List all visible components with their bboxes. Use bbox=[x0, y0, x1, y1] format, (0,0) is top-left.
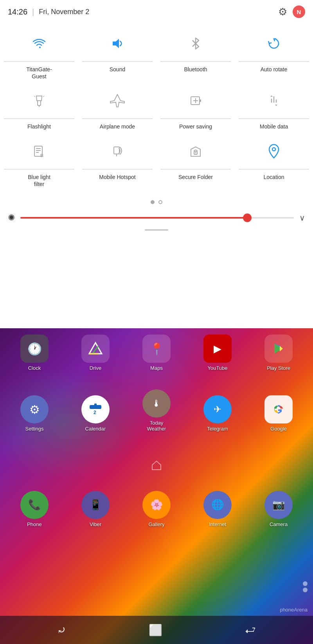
telegram-label: Telegram bbox=[207, 426, 228, 432]
tile-bluetooth-label: Bluetooth bbox=[184, 66, 207, 73]
status-bar: 14:26 | Fri, November 2 ⚙ N bbox=[0, 0, 313, 24]
app-viber[interactable]: 📱 Viber bbox=[72, 491, 119, 528]
internet-label: Internet bbox=[209, 521, 226, 528]
calendar-icon: 2 bbox=[81, 395, 110, 423]
app-playstore[interactable]: Play Store bbox=[255, 335, 302, 371]
recents-button[interactable]: ⤾ bbox=[57, 624, 66, 637]
tile-hotspot[interactable]: Mobile Hotspot bbox=[78, 135, 156, 192]
gallery-icon: 🌸 bbox=[142, 491, 171, 519]
viber-label: Viber bbox=[90, 521, 101, 528]
camera-icon: 📷 bbox=[264, 491, 293, 519]
autorotate-icon bbox=[266, 36, 282, 55]
app-weather[interactable]: 🌡 TodayWeather bbox=[133, 389, 180, 432]
svg-text:2: 2 bbox=[94, 410, 96, 415]
weather-icon: 🌡 bbox=[142, 389, 171, 418]
page-dot-1[interactable] bbox=[151, 200, 155, 204]
brightness-slider[interactable] bbox=[20, 217, 294, 219]
drive-icon bbox=[81, 335, 110, 363]
app-telegram[interactable]: ✈ Telegram bbox=[194, 395, 241, 432]
playstore-label: Play Store bbox=[267, 365, 290, 371]
tile-airplane[interactable]: Airplane mode bbox=[78, 85, 156, 135]
tile-sound[interactable]: Sound bbox=[78, 27, 156, 85]
home-button[interactable]: ⬜ bbox=[149, 624, 162, 637]
bluelight-icon: B bbox=[31, 143, 47, 162]
svg-rect-14 bbox=[114, 147, 119, 154]
app-camera[interactable]: 📷 Camera bbox=[255, 491, 302, 528]
hotspot-icon bbox=[110, 143, 125, 162]
date-display: Fri, November 2 bbox=[39, 8, 89, 16]
tile-mobiledata[interactable]: Mobile data bbox=[235, 85, 313, 135]
tile-securefolder[interactable]: Secure Folder bbox=[156, 135, 235, 192]
notification-badge[interactable]: N bbox=[293, 5, 305, 18]
youtube-icon: ▶ bbox=[203, 335, 232, 363]
google-label: Google bbox=[270, 426, 287, 432]
app-calendar[interactable]: 2 Calendar bbox=[72, 395, 119, 432]
app-maps[interactable]: 📍 Maps bbox=[133, 335, 180, 371]
quick-settings-panel: TitanGate-Guest Sound bbox=[0, 0, 313, 328]
svg-line-4 bbox=[43, 96, 44, 97]
tile-autorotate[interactable]: Auto rotate bbox=[235, 27, 313, 85]
tile-powersaving[interactable]: Power saving bbox=[156, 85, 235, 135]
tile-bluetooth[interactable]: Bluetooth bbox=[156, 27, 235, 85]
airplane-icon bbox=[110, 93, 125, 112]
page-dot-2[interactable] bbox=[158, 200, 162, 204]
brightness-row: ✺ ∨ bbox=[0, 210, 313, 226]
tile-autorotate-label: Auto rotate bbox=[261, 66, 288, 73]
youtube-label: YouTube bbox=[207, 365, 227, 371]
gallery-label: Gallery bbox=[148, 521, 164, 528]
svg-rect-6 bbox=[200, 99, 201, 102]
app-settings[interactable]: ⚙ Settings bbox=[11, 395, 58, 432]
app-gallery[interactable]: 🌸 Gallery bbox=[133, 491, 180, 528]
calendar-label: Calendar bbox=[85, 426, 106, 432]
nav-bar: ⤾ ⬜ ⮐ bbox=[0, 616, 313, 644]
handle-bar[interactable] bbox=[0, 226, 313, 232]
tile-flashlight[interactable]: Flashlight bbox=[0, 85, 78, 135]
viber-icon: 📱 bbox=[81, 491, 110, 519]
app-clock[interactable]: 🕐 Clock bbox=[11, 335, 58, 371]
app-google[interactable]: Google bbox=[255, 395, 302, 432]
tile-powersaving-label: Power saving bbox=[179, 123, 212, 130]
powersaving-icon bbox=[188, 93, 203, 112]
tile-mobiledata-label: Mobile data bbox=[260, 123, 288, 130]
settings-label: Settings bbox=[25, 426, 44, 432]
drive-label: Drive bbox=[90, 365, 101, 371]
flashlight-icon bbox=[31, 93, 47, 112]
status-time-date: 14:26 | Fri, November 2 bbox=[8, 7, 89, 16]
maps-label: Maps bbox=[150, 365, 163, 371]
location-icon bbox=[266, 143, 282, 162]
securefolder-icon bbox=[188, 143, 203, 162]
settings-icon[interactable]: ⚙ bbox=[278, 6, 287, 18]
app-internet[interactable]: 🌐 Internet bbox=[194, 491, 241, 528]
time-display: 14:26 bbox=[8, 7, 27, 16]
app-drive[interactable]: Drive bbox=[72, 335, 119, 371]
sound-icon bbox=[110, 36, 125, 55]
svg-rect-29 bbox=[95, 403, 97, 407]
brightness-fill bbox=[20, 217, 247, 219]
camera-label: Camera bbox=[270, 521, 288, 528]
brightness-thumb[interactable] bbox=[243, 213, 252, 222]
brightness-icon: ✺ bbox=[8, 213, 15, 223]
maps-icon: 📍 bbox=[142, 335, 171, 363]
phone-label: Phone bbox=[27, 521, 42, 528]
camera-corner-dots bbox=[303, 581, 308, 593]
svg-marker-19 bbox=[89, 343, 102, 354]
app-row-mid: ⚙ Settings 2 Calendar 🌡 TodayWeather ✈ T… bbox=[0, 385, 313, 432]
bluetooth-icon bbox=[188, 36, 203, 55]
tile-wifi[interactable]: TitanGate-Guest bbox=[0, 27, 78, 85]
app-row-bottom: 📞 Phone 📱 Viber 🌸 Gallery 🌐 Internet 📷 C… bbox=[0, 487, 313, 528]
app-row-top: 🕐 Clock Drive 📍 Maps ▶ YouTube bbox=[0, 328, 313, 371]
app-youtube[interactable]: ▶ YouTube bbox=[194, 335, 241, 371]
back-button[interactable]: ⮐ bbox=[245, 624, 256, 637]
clock-label: Clock bbox=[28, 365, 41, 371]
home-indicator-area bbox=[0, 459, 313, 471]
svg-point-17 bbox=[195, 152, 196, 154]
telegram-icon: ✈ bbox=[203, 395, 232, 423]
svg-point-18 bbox=[272, 148, 275, 151]
brightness-chevron[interactable]: ∨ bbox=[299, 213, 305, 223]
tile-airplane-label: Airplane mode bbox=[100, 123, 135, 130]
tile-bluelight[interactable]: B Blue lightfilter bbox=[0, 135, 78, 192]
tiles-grid: TitanGate-Guest Sound bbox=[0, 24, 313, 196]
svg-rect-1 bbox=[38, 101, 41, 105]
tile-location[interactable]: Location bbox=[235, 135, 313, 192]
app-phone[interactable]: 📞 Phone bbox=[11, 491, 58, 528]
